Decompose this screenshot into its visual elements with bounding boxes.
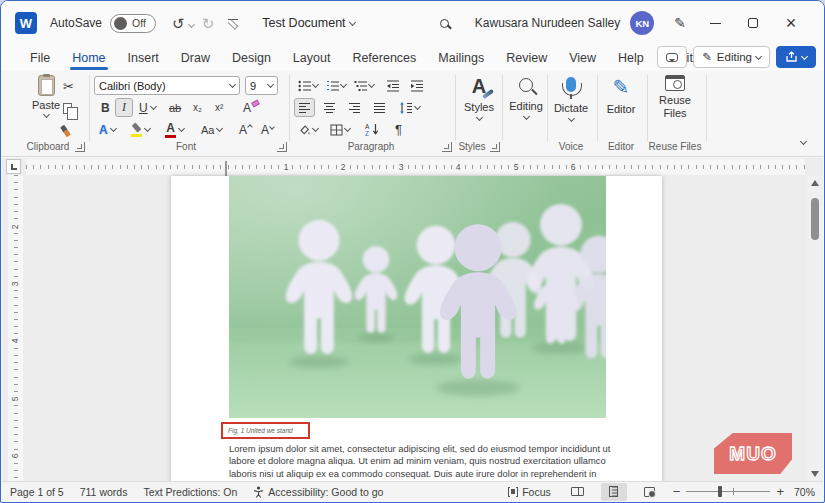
change-case-button[interactable]: Aa [197, 120, 226, 139]
editor-button[interactable]: Editor [598, 75, 644, 115]
styles-dialog-launcher[interactable] [490, 142, 500, 152]
font-dialog-launcher[interactable] [277, 142, 287, 152]
account-name[interactable]: Kawusara Nurudeen Salley [475, 16, 620, 30]
print-layout-button[interactable] [601, 483, 627, 501]
microphone-icon [566, 77, 576, 92]
editing-button[interactable]: Editing [503, 75, 549, 119]
focus-mode-button[interactable]: Focus [508, 486, 551, 498]
align-center-button[interactable] [319, 98, 340, 117]
accessibility-status[interactable]: Accessibility: Good to go [253, 486, 383, 498]
word-count[interactable]: 711 words [80, 486, 128, 498]
share-button[interactable] [776, 46, 816, 68]
numbering-button[interactable] [322, 76, 350, 95]
show-formatting-button[interactable]: ¶ [391, 120, 406, 139]
subscript-button[interactable]: x₂ [189, 98, 206, 117]
highlight-color-button[interactable] [127, 120, 154, 139]
borders-button[interactable] [326, 120, 354, 139]
vertical-scrollbar[interactable] [807, 176, 823, 483]
decrease-indent-button[interactable] [382, 76, 404, 95]
strikethrough-button[interactable]: ab [165, 98, 185, 117]
redo-button[interactable]: ↻ [202, 16, 215, 31]
horizontal-ruler[interactable]: 1 2 3 4 5 6 [26, 159, 805, 175]
tab-mailings[interactable]: Mailings [427, 48, 495, 68]
multilevel-list-button[interactable] [350, 76, 378, 95]
indent-marker-right[interactable] [601, 167, 610, 175]
read-mode-button[interactable] [565, 483, 591, 501]
tab-view[interactable]: View [558, 48, 607, 68]
editor-pencil-icon [613, 75, 630, 99]
clipboard-dialog-launcher[interactable] [75, 142, 85, 152]
text-predictions[interactable]: Text Predictions: On [143, 486, 237, 498]
web-layout-button[interactable] [637, 483, 663, 501]
clear-formatting-button[interactable]: A [239, 98, 263, 117]
format-painter-button[interactable] [59, 121, 72, 140]
reuse-files-group-label: Reuse Files [648, 141, 702, 152]
tab-design[interactable]: Design [221, 48, 282, 68]
pen-sparkle-icon[interactable]: ✎ [674, 15, 686, 31]
copy-button[interactable] [59, 99, 76, 118]
tab-references[interactable]: References [341, 48, 427, 68]
tab-home[interactable]: Home [61, 48, 116, 68]
maximize-button[interactable] [734, 8, 772, 38]
bold-button[interactable]: B [97, 98, 114, 117]
comments-button[interactable] [657, 46, 687, 68]
font-color-button[interactable]: A [161, 120, 188, 139]
tab-layout[interactable]: Layout [282, 48, 342, 68]
collapse-ribbon-icon[interactable] [800, 138, 807, 145]
scroll-up-icon[interactable] [811, 180, 819, 186]
grow-font-button[interactable]: A [235, 120, 256, 139]
zoom-slider[interactable] [686, 491, 770, 492]
align-right-button[interactable] [344, 98, 365, 117]
tab-draw[interactable]: Draw [170, 48, 221, 68]
tab-stop-selector[interactable] [6, 159, 21, 174]
superscript-button[interactable]: x² [211, 98, 227, 117]
zoom-out-icon[interactable]: − [673, 485, 681, 498]
undo-button[interactable]: ↺ [172, 16, 194, 31]
editing-mode-button[interactable]: ✎ Editing [693, 46, 770, 68]
search-icon[interactable] [440, 19, 449, 28]
bullets-button[interactable] [294, 76, 322, 95]
zoom-slider-thumb[interactable] [718, 486, 722, 497]
sort-button[interactable]: AZ [361, 120, 384, 139]
magnifier-icon [519, 78, 533, 92]
page-indicator[interactable]: Page 1 of 5 [10, 486, 64, 498]
tab-file[interactable]: File [19, 48, 61, 68]
scroll-down-icon[interactable] [811, 471, 819, 477]
tab-help[interactable]: Help [607, 48, 655, 68]
justify-button[interactable] [369, 98, 390, 117]
document-title[interactable]: Test Document [262, 16, 354, 30]
increase-indent-button[interactable] [406, 76, 428, 95]
avatar[interactable]: KN [630, 11, 654, 35]
line-spacing-button[interactable] [395, 98, 424, 117]
copy-icon [63, 103, 72, 114]
underline-button[interactable]: U [135, 98, 160, 117]
tab-insert[interactable]: Insert [117, 48, 170, 68]
paragraph-line: labore et dolore magna aliqua. Ut enim a… [229, 455, 610, 467]
quick-access-toolbar-button[interactable] [228, 19, 238, 27]
vertical-ruler[interactable]: 2 3 4 5 6 [8, 175, 23, 483]
document-page[interactable]: Fig. 1 United we stand Lorem ipsum dolor… [171, 176, 662, 483]
body-paragraph[interactable]: Lorem ipsum dolor sit amet, consectetur … [229, 443, 610, 483]
document-image-people[interactable] [229, 176, 606, 418]
font-name-combo[interactable]: Calibri (Body) [94, 76, 240, 95]
align-left-button[interactable] [294, 98, 315, 117]
shading-button[interactable] [294, 120, 322, 139]
close-button[interactable] [772, 8, 810, 38]
minimize-button[interactable] [696, 8, 734, 38]
font-size-combo[interactable]: 9 [245, 76, 278, 95]
cut-button[interactable] [59, 77, 78, 96]
shrink-font-button[interactable]: A [257, 120, 278, 139]
zoom-in-icon[interactable]: + [776, 485, 784, 498]
zoom-level[interactable]: 70% [794, 486, 815, 498]
scrollbar-thumb[interactable] [811, 198, 819, 240]
word-logo-icon[interactable]: W [15, 12, 37, 34]
zoom-control: − + 70% [673, 485, 815, 498]
caption-highlight-box[interactable]: Fig. 1 United we stand [221, 422, 310, 439]
reuse-files-button[interactable]: Reuse Files [648, 75, 702, 119]
tab-review[interactable]: Review [495, 48, 558, 68]
styles-button[interactable]: A Styles [456, 75, 502, 120]
dictate-button[interactable]: Dictate [548, 75, 594, 121]
autosave-toggle[interactable]: Off [110, 14, 156, 33]
text-effects-button[interactable]: A [95, 120, 120, 139]
italic-button[interactable]: I [115, 98, 133, 117]
